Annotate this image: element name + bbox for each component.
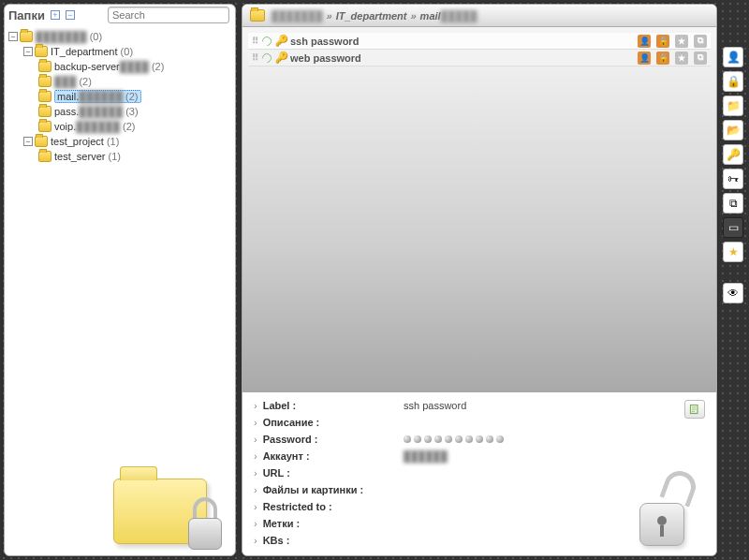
breadcrumb-mail[interactable]: mail█████: [420, 10, 477, 22]
detail-key-password: Password :: [254, 434, 404, 445]
password-list: ⠿ 🔑 ssh password 👤 🔒 ★ ⧉ ⠿ 🔑 web passwor…: [242, 27, 716, 392]
tree-pass[interactable]: pass.██████ (3): [8, 104, 231, 119]
lock-icon: 🔒: [727, 75, 741, 88]
tool-lock-button[interactable]: 🔒: [723, 71, 743, 92]
breadcrumb-root[interactable]: ███████: [272, 10, 323, 22]
detail-key-restricted: Restricted to :: [254, 501, 404, 512]
edit-icon: [689, 404, 700, 415]
detail-key-tags: Метки :: [254, 518, 404, 529]
tool-screen-button[interactable]: ▭: [723, 217, 743, 238]
toggle-icon[interactable]: −: [23, 137, 33, 146]
folder-icon: [38, 151, 51, 162]
tree-test-project[interactable]: − test_project (1): [8, 134, 231, 149]
detail-value-label: ssh password: [404, 400, 466, 411]
tool-new-folder-button[interactable]: 📁: [723, 96, 743, 116]
tree-root[interactable]: − ███████ (0): [8, 29, 231, 44]
folder-add-icon: 📁: [727, 99, 741, 112]
search-input[interactable]: [108, 7, 229, 23]
breadcrumb: ███████ » IT_department » mail█████: [242, 5, 716, 27]
folder-icon: [35, 46, 48, 57]
badge-user-icon[interactable]: 👤: [638, 52, 651, 65]
folder-icon: [35, 136, 48, 147]
badge-copy-icon[interactable]: ⧉: [694, 35, 707, 48]
password-row-ssh[interactable]: ⠿ 🔑 ssh password 👤 🔒 ★ ⧉: [248, 33, 711, 50]
attachment-icon: [260, 34, 273, 47]
tree-it-department[interactable]: − IT_department (0): [8, 44, 231, 59]
tool-eye-button[interactable]: 👁: [723, 283, 743, 303]
badge-lock-icon[interactable]: 🔒: [656, 52, 669, 65]
folder-icon: [38, 91, 51, 102]
tool-user-button[interactable]: 👤: [723, 47, 743, 67]
detail-key-label: Label :: [254, 400, 404, 411]
folder-icon: [20, 31, 33, 42]
folder-icon: [38, 121, 51, 132]
detail-value-password[interactable]: [404, 434, 507, 445]
folder-edit-icon: 📂: [727, 124, 741, 137]
screen-icon: ▭: [728, 221, 739, 234]
tree-voip[interactable]: voip.██████ (2): [8, 119, 231, 134]
copy-icon: ⧉: [729, 197, 738, 210]
badge-star-icon[interactable]: ★: [675, 35, 688, 48]
key-icon: 🔑: [275, 35, 286, 47]
key-add-icon: 🔑: [727, 148, 741, 161]
badge-star-icon[interactable]: ★: [675, 52, 688, 65]
folder-icon: [38, 61, 51, 72]
tree-mail[interactable]: mail.██████ (2): [8, 89, 231, 104]
password-row-web[interactable]: ⠿ 🔑 web password 👤 🔒 ★ ⧉: [248, 50, 711, 66]
password-row-label: ssh password: [290, 36, 359, 47]
side-toolbar: 👤 🔒 📁 📂 🔑 🗝 ⧉ ▭ ★ 👁: [723, 4, 745, 556]
tool-delete-key-button[interactable]: 🗝: [723, 169, 743, 189]
tool-star-button[interactable]: ★: [723, 242, 743, 262]
detail-key-files: Файлы и картинки :: [254, 484, 404, 495]
badge-user-icon[interactable]: 👤: [638, 35, 651, 48]
detail-key-url: URL :: [254, 467, 404, 479]
folders-title: Папки: [8, 8, 45, 22]
detail-pane: Label :ssh password Описание : Password …: [242, 392, 716, 555]
detail-key-account: Аккаунт :: [254, 450, 404, 462]
drag-handle-icon[interactable]: ⠿: [252, 52, 257, 63]
badge-lock-icon[interactable]: 🔒: [656, 35, 669, 48]
password-row-label: web password: [290, 52, 361, 64]
toggle-icon[interactable]: −: [23, 47, 33, 56]
tree-test-server[interactable]: test_server (1): [8, 149, 231, 164]
folder-icon: [38, 76, 51, 87]
tree-blank[interactable]: ███ (2): [8, 74, 231, 89]
attachment-icon: [260, 51, 273, 64]
tree-backup-server[interactable]: backup-server████ (2): [8, 59, 231, 74]
folders-panel: Папки + − − ███████ (0) − IT_department …: [4, 4, 236, 556]
detail-key-kbs: KBs :: [254, 535, 404, 546]
detail-key-description: Описание :: [254, 417, 404, 428]
edit-button[interactable]: [684, 400, 705, 419]
folder-icon: [250, 9, 265, 22]
collapse-all-button[interactable]: −: [66, 10, 75, 20]
tool-new-key-button[interactable]: 🔑: [723, 144, 743, 165]
key-delete-icon: 🗝: [727, 172, 739, 185]
drag-handle-icon[interactable]: ⠿: [252, 36, 257, 46]
star-icon: ★: [728, 245, 739, 258]
folder-icon: [38, 106, 51, 117]
folder-tree: − ███████ (0) − IT_department (0) backup…: [5, 27, 235, 555]
content-panel: ███████ » IT_department » mail█████ ⠿ 🔑 …: [242, 4, 717, 556]
breadcrumb-dept[interactable]: IT_department: [336, 10, 407, 22]
expand-all-button[interactable]: +: [51, 10, 60, 20]
detail-value-account: ██████: [404, 450, 448, 462]
badge-copy-icon[interactable]: ⧉: [694, 52, 707, 65]
user-icon: 👤: [727, 51, 741, 64]
tool-copy-button[interactable]: ⧉: [723, 193, 743, 214]
tool-edit-folder-button[interactable]: 📂: [723, 120, 743, 140]
key-icon: 🔑: [275, 52, 286, 64]
toggle-icon[interactable]: −: [8, 32, 18, 41]
folders-header: Папки + −: [5, 5, 235, 27]
eye-icon: 👁: [727, 287, 739, 300]
